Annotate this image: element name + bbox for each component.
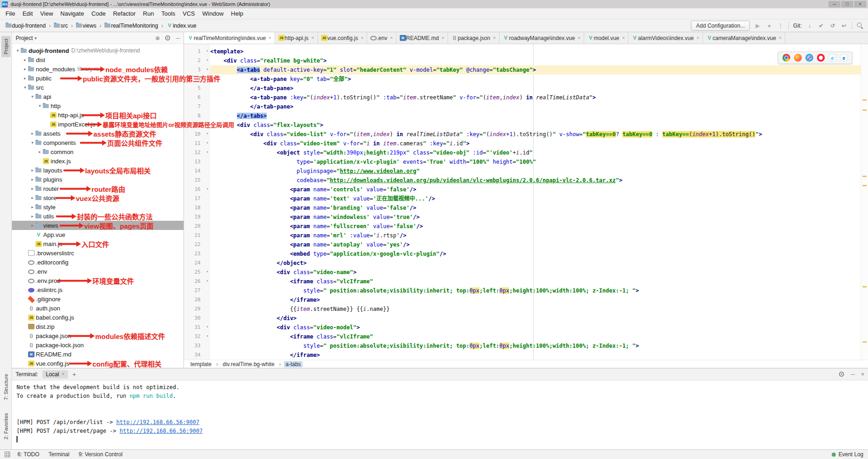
tree-toggle-icon[interactable]: ▸ xyxy=(29,168,35,172)
close-icon[interactable]: × xyxy=(62,372,64,377)
tree-item-vue.config.js[interactable]: JSvue.config.jsconfig配置、代理相关 xyxy=(12,359,184,368)
safari-browser-icon[interactable] xyxy=(805,54,813,62)
tree-item-README.md[interactable]: MREADME.md xyxy=(12,350,184,359)
close-tab-icon[interactable]: × xyxy=(696,35,699,40)
tree-item-.env[interactable]: .env xyxy=(12,267,184,276)
code-line-18[interactable]: <param name='branding' value='false'/> xyxy=(210,203,861,212)
breadcrumb-item-realTimeMonitoring[interactable]: realTimeMonitoring xyxy=(103,22,159,29)
git-rollback-icon[interactable]: ↩ xyxy=(840,23,848,29)
close-tab-icon[interactable]: × xyxy=(622,35,625,40)
code-line-34[interactable]: </iframe> xyxy=(210,350,861,360)
tree-toggle-icon[interactable]: ▸ xyxy=(29,131,35,136)
tree-toggle-icon[interactable]: ▸ xyxy=(22,76,28,80)
tree-toggle-icon[interactable]: ▾ xyxy=(15,48,21,53)
breadcrumb-item-views[interactable]: views xyxy=(75,22,97,29)
close-tab-icon[interactable]: × xyxy=(390,35,393,40)
tree-item-views[interactable]: ▸viewsview视图、pages页面 xyxy=(12,221,184,230)
tree-toggle-icon[interactable]: ▸ xyxy=(29,205,35,209)
code-line-9[interactable]: <div class="flex-layouts"> xyxy=(210,120,861,130)
tree-item-common[interactable]: ▸common xyxy=(12,147,184,156)
terminal-output[interactable]: Note that the development build is not o… xyxy=(12,380,868,449)
close-tab-icon[interactable]: × xyxy=(578,35,581,40)
stripe-mark[interactable] xyxy=(862,109,867,111)
fold-icon[interactable]: ▾ xyxy=(206,67,208,71)
code-line-31[interactable]: <div class="video-model"> xyxy=(210,323,861,332)
breadcrumb-item-index.vue[interactable]: Vindex.vue xyxy=(166,22,197,29)
tree-item-http-api.js[interactable]: JShttp-api.js项目相关api接口 xyxy=(12,110,184,120)
maximize-window-button[interactable]: □ xyxy=(841,1,853,7)
git-update-icon[interactable]: ↓ xyxy=(806,23,813,29)
terminal-link[interactable]: http://192.168.66.56:9007 xyxy=(120,428,203,434)
tree-item-style[interactable]: ▸style xyxy=(12,202,184,212)
tree-toggle-icon[interactable]: ▸ xyxy=(37,149,43,154)
tree-item-api[interactable]: ▾api xyxy=(12,92,184,101)
code-line-25[interactable]: <div class="video-name"> xyxy=(210,268,861,277)
close-icon[interactable]: × xyxy=(861,371,864,378)
close-tab-icon[interactable]: × xyxy=(493,35,496,40)
editor-tab-README.md[interactable]: MREADME.md× xyxy=(397,32,448,44)
chevron-down-icon[interactable]: ▾ xyxy=(34,36,37,40)
stripe-mark[interactable] xyxy=(862,176,867,177)
menu-item-run[interactable]: Run xyxy=(139,9,158,18)
new-terminal-session-icon[interactable]: + xyxy=(72,371,76,378)
menu-item-window[interactable]: Window xyxy=(199,9,227,18)
code-line-27[interactable]: style=" position:absolute;visibility:inh… xyxy=(210,286,861,295)
favorites-toolwindow-tab[interactable]: 2: Favorites xyxy=(1,410,11,442)
stripe-mark[interactable] xyxy=(862,286,867,287)
fold-icon[interactable]: ▾ xyxy=(206,187,208,191)
close-tab-icon[interactable]: × xyxy=(269,35,271,40)
code-line-5[interactable]: </a-tab-pane> xyxy=(210,84,861,93)
editor-tab-http-api.js[interactable]: JShttp-api.js× xyxy=(275,32,318,44)
code-line-17[interactable]: <param name='text' value='正在加载视频中...'/> xyxy=(210,194,861,203)
settings-gear-icon[interactable] xyxy=(165,35,170,40)
hide-panel-icon[interactable]: ─ xyxy=(176,35,180,41)
code-line-16[interactable]: <param name='controls' value='false'/> xyxy=(210,185,861,194)
tree-item-dist[interactable]: ▸dist xyxy=(12,55,184,64)
menu-item-tools[interactable]: Tools xyxy=(158,9,179,18)
terminal-tab-local[interactable]: Local × xyxy=(42,370,69,379)
editor[interactable]: 1▾2▾3▾456789▾10▾11▾12▾13141516▾171819202… xyxy=(184,44,868,360)
tree-item-App.vue[interactable]: VApp.vue xyxy=(12,230,184,239)
tree-toggle-icon[interactable]: ▾ xyxy=(29,94,35,99)
editor-tab-roadwayManage\index.vue[interactable]: VroadwayManage\index.vue× xyxy=(500,32,584,44)
editor-tab-package.json[interactable]: {}package.json× xyxy=(448,32,500,44)
code-line-24[interactable]: </object> xyxy=(210,258,861,268)
opera-browser-icon[interactable] xyxy=(817,54,825,62)
statusbar-terminal[interactable]: Terminal xyxy=(49,451,69,458)
tree-item-plugins[interactable]: ▸plugins xyxy=(12,175,184,184)
code-line-8[interactable]: </a-tabs> xyxy=(210,111,861,120)
code-line-26[interactable]: <iframe class="vlcIframe" xyxy=(210,277,861,286)
statusbar-9-version-control[interactable]: 9: Version Control xyxy=(79,451,122,458)
code-line-29[interactable]: {{item.streetName}} {{i.name}} xyxy=(210,304,861,314)
tree-toggle-icon[interactable]: ▸ xyxy=(22,67,28,71)
run-icon[interactable]: ▶ xyxy=(754,23,761,29)
fold-icon[interactable]: ▾ xyxy=(206,325,208,329)
breadcrumb-item-src[interactable]: src xyxy=(53,22,69,29)
edge-browser-icon[interactable]: e xyxy=(840,54,848,62)
editor-breadcrumb-template[interactable]: template xyxy=(189,361,213,367)
tree-item-dist.zip[interactable]: dist.zip xyxy=(12,322,184,331)
close-tab-icon[interactable]: × xyxy=(442,35,444,40)
menu-item-view[interactable]: View xyxy=(36,9,57,18)
fold-icon[interactable]: ▾ xyxy=(206,279,208,283)
minimize-icon[interactable]: ─ xyxy=(851,371,855,378)
tree-item-node_modules[interactable]: ▸node_moduleslibrary ro...node_modules依赖 xyxy=(12,64,184,74)
editor-tab-cameraManage\index.vue[interactable]: VcameraManage\index.vue× xyxy=(703,32,785,44)
editor-tab-.env[interactable]: .env× xyxy=(367,32,397,44)
tree-item-.gitignore[interactable]: .gitignore xyxy=(12,294,184,304)
tree-item-index.js[interactable]: JSindex.js xyxy=(12,156,184,166)
tree-item-http[interactable]: ▾http xyxy=(12,101,184,110)
fold-icon[interactable]: ▾ xyxy=(206,58,208,62)
code-line-2[interactable]: <div class="realTime bg-white"> xyxy=(210,56,861,65)
tree-item-duoji-frontend[interactable]: ▾duoji-frontendD:\zheheWeb\duoji-fronten… xyxy=(12,46,184,55)
stripe-mark[interactable] xyxy=(862,185,867,186)
tree-toggle-icon[interactable]: ▸ xyxy=(29,223,35,228)
code-line-22[interactable]: <param name='autoplay' value='yes'/> xyxy=(210,240,861,249)
tree-item-.eslintrc.js[interactable]: .eslintrc.js xyxy=(12,285,184,294)
code-line-6[interactable]: <a-tab-pane :key="(index+1).toString()" … xyxy=(210,93,861,102)
editor-tab-model.vue[interactable]: Vmodel.vue× xyxy=(584,32,628,44)
fold-icon[interactable]: ▾ xyxy=(206,150,208,154)
tree-item-components[interactable]: ▾components页面公共组件文件 xyxy=(12,138,184,147)
code-line-3[interactable]: <a-tabs default-active-key="1" slot="hea… xyxy=(210,65,861,75)
tree-toggle-icon[interactable]: ▸ xyxy=(22,57,28,62)
